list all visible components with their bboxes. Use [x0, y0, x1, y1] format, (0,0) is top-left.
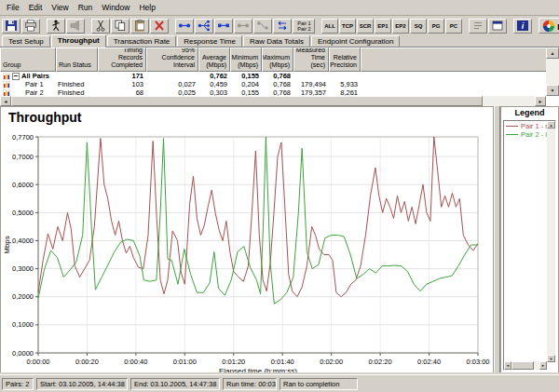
table-row[interactable]: Pair 2Finished680,0250,3030,1550,768179,…	[0, 88, 546, 96]
run-test-button[interactable]	[47, 19, 65, 34]
scroll-left-icon[interactable]: ◄	[0, 96, 11, 106]
tab-response-time[interactable]: Response Time	[177, 35, 242, 47]
legend-scroll-down-icon[interactable]: ▼	[547, 355, 555, 362]
menu-edit[interactable]: Edit	[24, 1, 48, 14]
legend-vertical-scrollbar[interactable]: ▲ ▼	[547, 121, 555, 362]
move-pair-icon	[256, 20, 269, 32]
legend-scroll-right-icon[interactable]: ►	[539, 361, 547, 370]
replicate-pair-button[interactable]	[234, 19, 252, 34]
save-button[interactable]	[2, 19, 20, 34]
table-header-row: GroupRun StatusTiming Records Completed9…	[0, 47, 559, 72]
delete-button[interactable]	[150, 19, 169, 34]
column-header: Relative Precision	[329, 47, 361, 72]
x-tick-label: 0:00:40	[124, 358, 147, 366]
toolbar: Pair 1 Pair 2 ALLTCPSCREP1EP2SQPGPC i ne…	[0, 17, 559, 34]
filter-all-button[interactable]: ALL	[321, 19, 338, 34]
pair-chart-icon	[3, 89, 10, 97]
scroll-right-icon[interactable]: ►	[535, 96, 546, 106]
x-tick-label: 0:02:00	[320, 358, 343, 366]
cut-button[interactable]	[91, 19, 110, 34]
table-horizontal-scrollbar[interactable]: ◄ ►	[0, 96, 546, 106]
legend-panel: Legend Pair 1 - medPair 2 - lo ▲ ▼ ◄ ►	[500, 106, 559, 374]
legend-horizontal-scrollbar[interactable]: ◄ ►	[504, 361, 547, 370]
y-tick-label: 0,0000	[12, 349, 34, 358]
table-vertical-scrollbar[interactable]: ▲ ▼	[546, 47, 559, 96]
scroll-up-icon[interactable]: ▲	[546, 47, 559, 59]
collapse-icon[interactable]: −	[12, 73, 20, 80]
application-window: FileEditViewRunWindowHelp	[0, 0, 559, 392]
group-label: All Pairs	[21, 72, 49, 80]
legend-entry[interactable]: Pair 1 - med	[506, 122, 547, 130]
paste-button[interactable]	[130, 19, 149, 34]
table-hscroll-track[interactable]	[11, 96, 535, 106]
filter-sq-button[interactable]: SQ	[410, 19, 427, 34]
cell-measured_time: 179,494	[293, 80, 329, 88]
tab-throughput[interactable]: Throughput	[51, 34, 106, 47]
move-pair-button[interactable]	[253, 19, 272, 34]
legend-entry[interactable]: Pair 2 - lo	[506, 130, 547, 139]
abort-icon	[69, 20, 82, 32]
menu-window[interactable]: Window	[97, 1, 134, 14]
tab-raw-data-totals[interactable]: Raw Data Totals	[243, 35, 310, 47]
legend-scroll-left-icon[interactable]: ◄	[504, 361, 511, 370]
filter-ep2-button[interactable]: EP2	[392, 19, 409, 34]
table-row[interactable]: Pair 1Finished1030,0270,4590,2040,768179…	[0, 80, 546, 88]
console-button[interactable]	[469, 19, 487, 34]
group-label: Pair 2	[25, 88, 44, 96]
cell-timing_records: 171	[98, 72, 146, 80]
edit-pair-button[interactable]	[214, 19, 233, 34]
menu-run[interactable]: Run	[74, 1, 98, 14]
legend-scroll-up-icon[interactable]: ▲	[547, 121, 555, 128]
pair-names-button[interactable]: Pair 1 Pair 2	[293, 19, 315, 34]
help-button[interactable]: i	[513, 19, 532, 34]
legend-vscroll-track[interactable]	[547, 128, 555, 355]
swap-endpoints-button[interactable]	[273, 19, 292, 34]
cell-precision: 8,261	[329, 88, 361, 96]
cell-run_status: Finished	[56, 80, 98, 88]
menu-bar: FileEditViewRunWindowHelp	[0, 0, 559, 16]
legend-hscroll-thumb[interactable]	[511, 361, 534, 370]
x-tick-label: 0:02:20	[369, 358, 392, 366]
netiq-pinwheel-icon	[542, 20, 555, 33]
x-tick-label: 0:01:20	[222, 358, 245, 366]
table-vscroll-track[interactable]	[546, 59, 559, 85]
y-tick-label: 0,7000	[12, 153, 34, 161]
filter-pc-button[interactable]: PC	[445, 19, 462, 34]
endpoint-window-button[interactable]	[488, 19, 507, 34]
x-tick-label: 0:00:00	[26, 358, 49, 366]
column-header: Group	[0, 47, 56, 72]
abort-run-button[interactable]	[66, 19, 85, 34]
table-row[interactable]: −All Pairs1710,7620,1550,768	[0, 72, 546, 80]
tab-transaction-rate[interactable]: Transaction Rate	[107, 35, 177, 47]
copy-button[interactable]	[111, 19, 130, 34]
status-cell: Ran to completion	[280, 378, 358, 390]
print-button[interactable]	[21, 19, 40, 34]
filter-pg-button[interactable]: PG	[428, 19, 444, 34]
chart-title: Throughput	[8, 110, 82, 125]
throughput-chart-panel: Throughput 0,00000,10000,20000,30000,400…	[0, 106, 494, 374]
menu-help[interactable]: Help	[134, 1, 159, 14]
filter-ep1-button[interactable]: EP1	[375, 19, 391, 34]
add-multicast-group-button[interactable]	[195, 19, 213, 34]
add-pair-button[interactable]	[175, 19, 194, 34]
menu-view[interactable]: View	[47, 1, 73, 14]
column-header: Measured Time (sec)	[293, 47, 329, 72]
chart-legend-splitter[interactable]	[494, 106, 500, 374]
menu-file[interactable]: File	[2, 1, 24, 14]
save-icon	[5, 20, 18, 32]
tab-endpoint-configuration[interactable]: Endpoint Configuration	[311, 35, 400, 47]
filter-scr-button[interactable]: SCR	[357, 19, 374, 34]
x-tick-label: 0:00:20	[75, 358, 99, 366]
column-header-filler	[361, 47, 559, 72]
filter-tcp-button[interactable]: TCP	[339, 19, 356, 34]
cell-timing_records: 68	[98, 88, 146, 96]
scroll-down-icon[interactable]: ▼	[546, 85, 559, 96]
cell-precision: 5,933	[329, 80, 361, 88]
copy-icon	[114, 20, 127, 32]
legend-hscroll-track[interactable]	[511, 361, 539, 370]
tab-test-setup[interactable]: Test Setup	[2, 35, 50, 47]
y-axis-label: Mbps	[3, 236, 11, 254]
status-cell: End: 03.10.2005, 14:47:38	[130, 378, 220, 390]
column-header: Minimum (Mbps)	[230, 47, 262, 72]
table-hscroll-thumb[interactable]	[11, 96, 483, 106]
